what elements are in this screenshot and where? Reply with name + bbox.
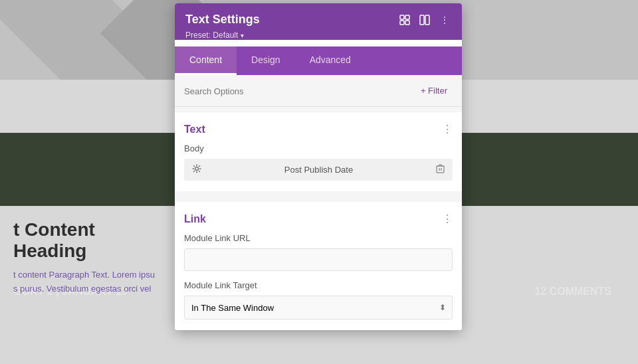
more-options-icon[interactable]: ⋮ bbox=[438, 13, 451, 27]
link-section-header: Link ⋮ bbox=[184, 213, 453, 225]
search-input-wrap bbox=[184, 85, 415, 97]
tab-advanced[interactable]: Advanced bbox=[295, 46, 366, 75]
text-section-menu-icon[interactable]: ⋮ bbox=[442, 123, 453, 136]
panel-body: + Filter Text ⋮ Body Post Publish Date bbox=[175, 75, 462, 330]
tab-design[interactable]: Design bbox=[237, 46, 295, 75]
body-row: Post Publish Date bbox=[184, 159, 453, 181]
filter-button[interactable]: + Filter bbox=[415, 83, 453, 98]
module-link-target-select[interactable]: In The Same Window In A New Window bbox=[184, 296, 453, 319]
section-divider bbox=[175, 197, 462, 202]
body-row-value: Post Publish Date bbox=[208, 165, 429, 175]
link-section-title: Link bbox=[184, 213, 206, 225]
split-view-icon[interactable] bbox=[418, 13, 431, 27]
panel-preset: Preset: Default ▾ bbox=[185, 31, 451, 40]
panel-header-top: Text Settings ⋮ bbox=[185, 13, 451, 27]
search-input[interactable] bbox=[184, 86, 415, 96]
module-link-target-label: Module Link Target bbox=[184, 280, 453, 290]
body-label: Body bbox=[184, 143, 453, 153]
svg-rect-3 bbox=[405, 21, 409, 25]
settings-panel: Text Settings ⋮ bbox=[175, 3, 462, 330]
link-section: Link ⋮ Module Link URL Module Link Targe… bbox=[175, 202, 462, 330]
link-target-select-wrap: In The Same Window In A New Window ⬍ bbox=[184, 296, 453, 319]
text-section: Text ⋮ Body Post Publish Date bbox=[175, 112, 462, 191]
svg-rect-0 bbox=[400, 15, 404, 19]
svg-rect-7 bbox=[437, 166, 444, 173]
svg-rect-1 bbox=[405, 15, 409, 19]
search-bar: + Filter bbox=[175, 75, 462, 107]
text-section-header: Text ⋮ bbox=[184, 123, 453, 136]
svg-point-6 bbox=[195, 167, 199, 171]
svg-rect-4 bbox=[420, 15, 424, 25]
module-link-url-input[interactable] bbox=[184, 248, 453, 271]
panel-header-icons: ⋮ bbox=[398, 13, 451, 27]
preset-arrow-icon: ▾ bbox=[241, 32, 244, 39]
tab-content[interactable]: Content bbox=[175, 46, 237, 75]
delete-icon[interactable] bbox=[436, 164, 445, 175]
panel-header: Text Settings ⋮ bbox=[175, 3, 462, 40]
text-section-title: Text bbox=[184, 124, 205, 136]
panel-title: Text Settings bbox=[185, 13, 260, 27]
svg-rect-5 bbox=[425, 15, 429, 25]
svg-rect-2 bbox=[400, 21, 404, 25]
link-section-menu-icon[interactable]: ⋮ bbox=[442, 213, 453, 225]
expand-icon[interactable] bbox=[398, 13, 411, 27]
panel-tabs: Content Design Advanced bbox=[175, 46, 462, 75]
gear-icon[interactable] bbox=[192, 164, 201, 175]
module-link-url-label: Module Link URL bbox=[184, 233, 453, 243]
